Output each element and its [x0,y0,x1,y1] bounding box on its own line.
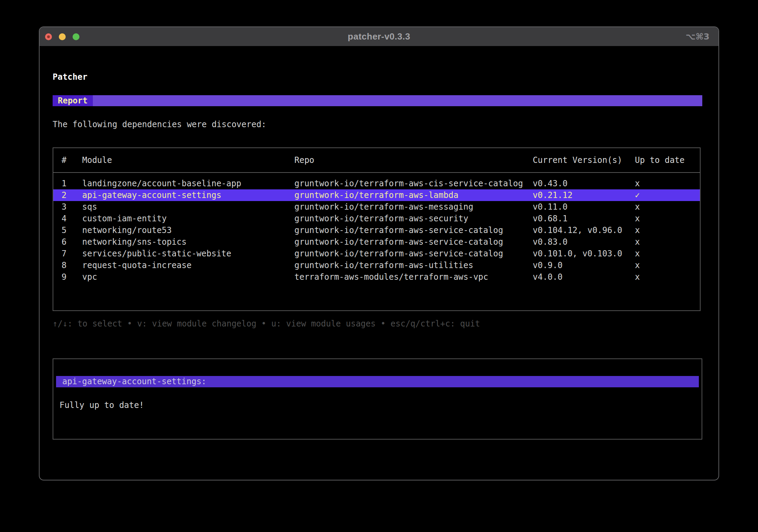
row-module: services/public-static-website [82,248,231,259]
detail-module-heading: api-gateway-account-settings: [56,376,699,387]
row-module: networking/sns-topics [82,236,186,248]
row-module: networking/route53 [82,224,172,236]
dependencies-table: # Module Repo Current Version(s) Up to d… [53,147,701,311]
row-up-to-date-mark: x [635,259,640,271]
row-number: 5 [62,224,66,236]
row-number: 4 [62,213,66,224]
row-up-to-date-mark: x [635,271,640,283]
row-up-to-date-mark: ✓ [635,189,640,201]
keyboard-hints: ↑/↓: to select • v: view module changelo… [53,318,480,330]
row-module: sqs [82,201,97,213]
row-number: 7 [62,248,66,259]
header-repo: Repo [294,154,314,166]
row-module: landingzone/account-baseline-app [82,178,241,189]
header-current-versions: Current Version(s) [533,154,622,166]
table-row[interactable]: 5 networking/route53 gruntwork-io/terraf… [53,224,700,236]
row-module: api-gateway-account-settings [82,189,221,201]
row-repo: gruntwork-io/terraform-aws-service-catal… [294,248,503,259]
table-header-row: # Module Repo Current Version(s) Up to d… [53,154,700,166]
header-up-to-date: Up to date [635,154,685,166]
table-row[interactable]: 4 custom-iam-entity gruntwork-io/terrafo… [53,213,700,224]
row-repo: gruntwork-io/terraform-aws-service-catal… [294,224,503,236]
row-module: custom-iam-entity [82,213,167,224]
row-repo: gruntwork-io/terraform-aws-messaging [294,201,473,213]
app-window: patcher-v0.3.3 ⌥⌘3 Patcher Report The fo… [39,26,719,480]
close-button[interactable] [45,33,52,40]
zoom-button[interactable] [73,33,79,40]
module-detail-panel: api-gateway-account-settings: Fully up t… [53,358,702,440]
row-repo: terraform-aws-modules/terraform-aws-vpc [294,271,488,283]
row-up-to-date-mark: x [635,213,640,224]
header-number: # [62,154,66,166]
row-versions: v0.68.1 [533,213,567,224]
row-up-to-date-mark: x [635,236,640,248]
row-module: request-quota-increase [82,259,192,271]
table-row[interactable]: 6 networking/sns-topics gruntwork-io/ter… [53,236,700,248]
header-separator [53,172,700,173]
tab-report[interactable]: Report [53,95,93,106]
row-repo: gruntwork-io/terraform-aws-utilities [294,259,473,271]
row-up-to-date-mark: x [635,248,640,259]
row-number: 8 [62,259,66,271]
header-module: Module [82,154,112,166]
row-versions: v0.9.0 [533,259,563,271]
row-repo: gruntwork-io/terraform-aws-security [294,213,468,224]
row-versions: v0.21.12 [533,189,573,201]
row-repo: gruntwork-io/terraform-aws-lambda [294,189,458,201]
row-number: 2 [62,189,66,201]
row-repo: gruntwork-io/terraform-aws-service-catal… [294,236,503,248]
table-row[interactable]: 8 request-quota-increase gruntwork-io/te… [53,259,700,271]
detail-status-text: Fully up to date! [59,399,144,411]
minimize-button[interactable] [59,33,66,40]
row-number: 1 [62,178,66,189]
table-row[interactable]: 1 landingzone/account-baseline-app grunt… [53,178,700,189]
row-up-to-date-mark: x [635,178,640,189]
row-versions: v0.43.0 [533,178,567,189]
window-title: patcher-v0.3.3 [348,31,410,42]
row-up-to-date-mark: x [635,224,640,236]
traffic-lights [45,27,79,46]
row-versions: v0.11.0 [533,201,567,213]
app-heading: Patcher [53,71,87,83]
report-tab-bar: Report [53,95,702,106]
table-row[interactable]: 3 sqs gruntwork-io/terraform-aws-messagi… [53,201,700,213]
row-up-to-date-mark: x [635,201,640,213]
intro-text: The following dependencies were discover… [53,119,266,130]
row-module: vpc [82,271,97,283]
row-versions: v4.0.0 [533,271,563,283]
row-number: 3 [62,201,66,213]
row-versions: v0.104.12, v0.96.0 [533,224,622,236]
table-row[interactable]: 9 vpc terraform-aws-modules/terraform-aw… [53,271,700,283]
table-body: 1 landingzone/account-baseline-app grunt… [53,178,700,283]
window-titlebar[interactable]: patcher-v0.3.3 ⌥⌘3 [40,27,718,46]
window-shortcut-badge: ⌥⌘3 [686,27,710,46]
row-versions: v0.101.0, v0.103.0 [533,248,622,259]
table-row[interactable]: 7 services/public-static-website gruntwo… [53,248,700,259]
table-row[interactable]: 2 api-gateway-account-settings gruntwork… [53,189,700,201]
row-versions: v0.83.0 [533,236,567,248]
row-number: 9 [62,271,66,283]
row-repo: gruntwork-io/terraform-aws-cis-service-c… [294,178,523,189]
row-number: 6 [62,236,66,248]
